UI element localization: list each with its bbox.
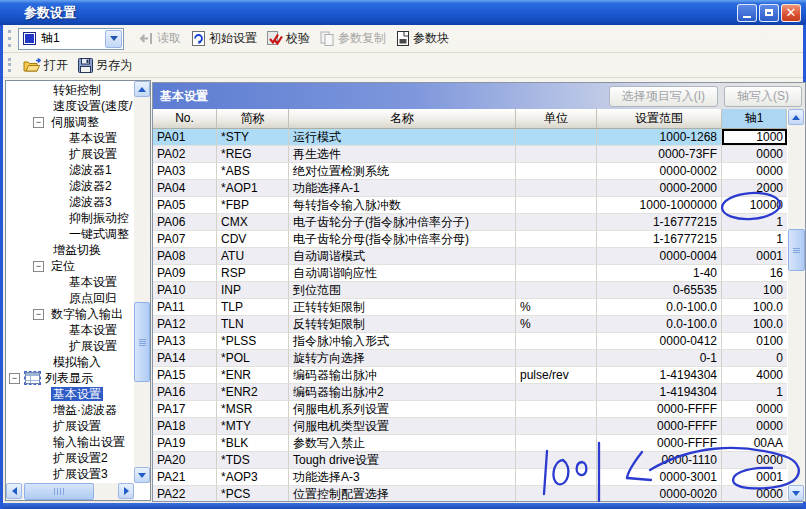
cell-name[interactable]: 伺服电机系列设置	[289, 401, 516, 418]
scrollbar-track[interactable]	[134, 97, 150, 467]
cell-no[interactable]: PA09	[153, 265, 217, 282]
cell-range[interactable]: 1-4194304	[597, 384, 722, 401]
cell-name[interactable]: 功能选择A-3	[289, 469, 516, 486]
tree-horizontal-scrollbar[interactable]	[6, 483, 134, 500]
cell-name[interactable]: 编码器输出脉冲	[289, 367, 516, 384]
cell-name[interactable]: 自动调谐响应性	[289, 265, 516, 282]
cell-axis1-value[interactable]: 0000	[722, 452, 787, 469]
cell-range[interactable]: 0.0-100.0	[597, 316, 722, 333]
cell-abbr[interactable]: *ABS	[217, 163, 289, 180]
collapse-icon[interactable]: −	[33, 309, 44, 320]
cell-range[interactable]: 0000-0412	[597, 333, 722, 350]
cell-axis1-value[interactable]: 1	[722, 384, 787, 401]
cell-unit[interactable]	[516, 401, 597, 418]
tree-item[interactable]: 扩展设置2	[51, 450, 134, 466]
minimize-button[interactable]	[737, 4, 757, 22]
cell-unit[interactable]	[516, 197, 597, 214]
cell-abbr[interactable]: TLN	[217, 316, 289, 333]
cell-no[interactable]: PA04	[153, 180, 217, 197]
tree-item[interactable]: 速度设置(速度/	[51, 98, 134, 114]
tree-item[interactable]: 一键式调整	[67, 226, 134, 242]
cell-unit[interactable]: pulse/rev	[516, 367, 597, 384]
scroll-down-button[interactable]	[134, 467, 150, 483]
scroll-up-button[interactable]	[788, 109, 804, 125]
toolbar-button[interactable]: 读取	[134, 28, 186, 49]
cell-unit[interactable]	[516, 486, 597, 501]
cell-axis1-value[interactable]: 10000	[722, 197, 787, 214]
toolbar-grip[interactable]	[8, 30, 13, 47]
cell-name[interactable]: 运行模式	[289, 129, 516, 146]
cell-range[interactable]: 0000-0004	[597, 248, 722, 265]
cell-abbr[interactable]: TLP	[217, 299, 289, 316]
cell-no[interactable]: PA05	[153, 197, 217, 214]
tree-item[interactable]: 滤波器3	[67, 194, 134, 210]
toolbar-button[interactable]: 打开	[18, 55, 73, 76]
cell-name[interactable]: 电子齿轮分子(指令脉冲倍率分子)	[289, 214, 516, 231]
cell-name[interactable]: 位置控制配置选择	[289, 486, 516, 501]
tree-item[interactable]: −数字输入输出	[33, 306, 134, 322]
cell-abbr[interactable]: *PCS	[217, 486, 289, 501]
cell-abbr[interactable]: *POL	[217, 350, 289, 367]
scroll-left-button[interactable]	[6, 483, 22, 499]
cell-axis1-value[interactable]: 4000	[722, 367, 787, 384]
cell-no[interactable]: PA02	[153, 146, 217, 163]
cell-unit[interactable]	[516, 469, 597, 486]
cell-abbr[interactable]: CMX	[217, 214, 289, 231]
toolbar-button[interactable]: 参数复制	[315, 28, 391, 49]
cell-axis1-value[interactable]: 0000	[722, 486, 787, 501]
tree-item[interactable]: 抑制振动控	[67, 210, 134, 226]
cell-no[interactable]: PA21	[153, 469, 217, 486]
cell-abbr[interactable]: *TDS	[217, 452, 289, 469]
tree-item[interactable]: 扩展设置	[51, 418, 134, 434]
close-button[interactable]: ✕	[781, 4, 801, 22]
cell-abbr[interactable]: *ENR2	[217, 384, 289, 401]
cell-no[interactable]: PA22	[153, 486, 217, 501]
cell-range[interactable]: 0-65535	[597, 282, 722, 299]
tree-item[interactable]: 模拟输入	[51, 354, 134, 370]
cell-abbr[interactable]: *BLK	[217, 435, 289, 452]
cell-no[interactable]: PA12	[153, 316, 217, 333]
cell-unit[interactable]	[516, 214, 597, 231]
cell-unit[interactable]	[516, 231, 597, 248]
cell-no[interactable]: PA19	[153, 435, 217, 452]
cell-abbr[interactable]: *FBP	[217, 197, 289, 214]
cell-no[interactable]: PA07	[153, 231, 217, 248]
tree-item[interactable]: 扩展设置	[67, 146, 134, 162]
cell-name[interactable]: Tough drive设置	[289, 452, 516, 469]
tree-vertical-scrollbar[interactable]	[134, 81, 150, 483]
scroll-down-button[interactable]	[788, 485, 804, 501]
cell-range[interactable]: 1-16777215	[597, 214, 722, 231]
cell-no[interactable]: PA11	[153, 299, 217, 316]
cell-range[interactable]: 0-1	[597, 350, 722, 367]
cell-axis1-value[interactable]: 16	[722, 265, 787, 282]
scrollbar-thumb[interactable]	[24, 483, 94, 500]
cell-unit[interactable]	[516, 248, 597, 265]
tree-item[interactable]: −列表显示	[9, 370, 134, 386]
cell-axis1-value[interactable]: 0001	[722, 248, 787, 265]
tree-item[interactable]: 增益切换	[51, 242, 134, 258]
tree-item[interactable]: 增益·滤波器	[51, 402, 134, 418]
cell-unit[interactable]	[516, 265, 597, 282]
cell-axis1-value[interactable]: 2000	[722, 180, 787, 197]
cell-abbr[interactable]: *REG	[217, 146, 289, 163]
collapse-icon[interactable]: −	[33, 261, 44, 272]
cell-no[interactable]: PA14	[153, 350, 217, 367]
cell-name[interactable]: 反转转矩限制	[289, 316, 516, 333]
cell-axis1-value[interactable]: 0000	[722, 146, 787, 163]
scrollbar-thumb[interactable]	[788, 229, 805, 271]
cell-abbr[interactable]: RSP	[217, 265, 289, 282]
tree-item[interactable]: 滤波器2	[67, 178, 134, 194]
cell-axis1-value[interactable]: 100.0	[722, 316, 787, 333]
tree-item[interactable]: 输入输出设置	[51, 434, 134, 450]
table-vertical-scrollbar[interactable]	[788, 109, 805, 501]
cell-name[interactable]: 绝对位置检测系统	[289, 163, 516, 180]
toolbar-button[interactable]: 另存为	[73, 55, 137, 76]
cell-axis1-value[interactable]: 1	[722, 231, 787, 248]
cell-name[interactable]: 参数写入禁止	[289, 435, 516, 452]
cell-axis1-value[interactable]: 0100	[722, 333, 787, 350]
cell-abbr[interactable]: *MTY	[217, 418, 289, 435]
cell-abbr[interactable]: INP	[217, 282, 289, 299]
scrollbar-thumb[interactable]	[134, 302, 150, 382]
cell-name[interactable]: 自动调谐模式	[289, 248, 516, 265]
axis-select[interactable]: 轴1	[18, 28, 124, 50]
